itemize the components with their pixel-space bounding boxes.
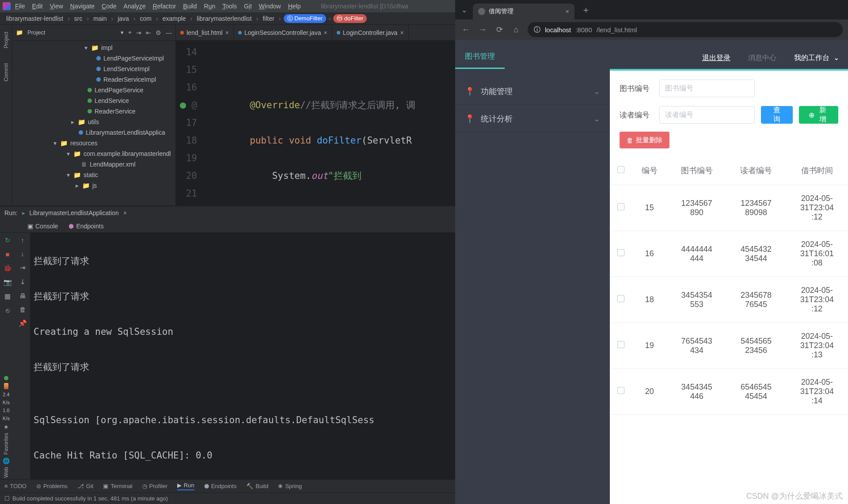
side-item-function[interactable]: 📍 功能管理 ⌄ xyxy=(455,78,610,105)
collapse-icon[interactable]: ⇤ xyxy=(146,29,151,36)
browser-tab[interactable]: 借阅管理 × xyxy=(473,4,574,19)
up-icon[interactable]: ↑ xyxy=(21,236,24,244)
tool-endpoints[interactable]: ⬢ Endpoints xyxy=(204,483,237,489)
tool-favorites-tab[interactable]: Favorites xyxy=(3,433,9,455)
run-dot-icon[interactable]: 🐞 xyxy=(4,264,12,272)
batch-delete-button[interactable]: 🗑 批量删除 xyxy=(620,132,669,148)
crumb-example[interactable]: example xyxy=(161,14,188,23)
tool-project-tab[interactable]: Project xyxy=(2,29,10,51)
tree-node[interactable]: LendService xyxy=(12,95,175,106)
tree-node[interactable]: LibrarymasterLendlistApplica xyxy=(12,127,175,138)
crumb-src[interactable]: src xyxy=(72,14,84,23)
menu-edit[interactable]: Edit xyxy=(30,1,46,11)
close-icon[interactable]: × xyxy=(225,29,229,36)
side-item-stats[interactable]: 📍 统计分析 ⌄ xyxy=(455,105,610,133)
wrap-icon[interactable]: ⇥ xyxy=(20,264,26,272)
row-checkbox[interactable] xyxy=(617,341,624,348)
col-time[interactable]: 借书时间 xyxy=(786,156,848,185)
tool-git[interactable]: ⎇ Git xyxy=(77,483,94,489)
pin-icon[interactable]: 📌 xyxy=(19,319,27,327)
tree-node[interactable]: ReaderService xyxy=(12,106,175,117)
run-tab-endpoints[interactable]: ⬢Endpoints xyxy=(64,221,108,231)
tool-commit-tab[interactable]: Commit xyxy=(2,61,10,84)
col-reader[interactable]: 读者编号 xyxy=(726,156,786,185)
down-icon[interactable]: ↓ xyxy=(21,250,24,258)
menu-view[interactable]: View xyxy=(47,1,66,11)
home-icon[interactable]: ⌂ xyxy=(511,25,521,34)
menu-analyze[interactable]: Analyze xyxy=(121,1,148,11)
tree-node[interactable]: ▸📁utils xyxy=(12,117,175,127)
tree-node[interactable]: ▾📁resources xyxy=(12,138,175,148)
run-config-name[interactable]: LibrarymasterLendlistApplication xyxy=(30,209,119,216)
code-body[interactable]: @Override//拦截到请求之后调用, 调 public void doFi… xyxy=(202,41,455,205)
tab-list-dropdown-icon[interactable]: ⌄ xyxy=(458,6,470,14)
camera-icon[interactable]: 📷 xyxy=(4,278,12,286)
reload-icon[interactable]: ⟳ xyxy=(494,25,505,34)
override-gutter-icon[interactable] xyxy=(180,102,186,109)
site-info-icon[interactable]: ⓘ xyxy=(534,26,540,34)
row-checkbox[interactable] xyxy=(617,295,624,302)
tree-node[interactable]: 🗎LendMapper.xml xyxy=(12,159,175,170)
close-icon[interactable]: × xyxy=(123,209,127,216)
tree-node[interactable]: LendPageServiceImpl xyxy=(12,53,175,64)
tool-todo[interactable]: ≡ TODO xyxy=(4,483,27,489)
forward-icon[interactable]: → xyxy=(477,25,488,34)
exit-icon[interactable]: ⎋ xyxy=(6,307,10,314)
rerun-icon[interactable]: ↻ xyxy=(5,236,11,244)
expand-all-icon[interactable]: ⇥ xyxy=(136,29,141,36)
tree-node[interactable]: ▾📁impl xyxy=(12,42,175,53)
print-icon[interactable]: 🖶 xyxy=(19,292,26,299)
tree-node[interactable]: ReaderServiceImpl xyxy=(12,74,175,85)
layout-icon[interactable]: ▦ xyxy=(4,292,11,300)
input-book-id[interactable] xyxy=(659,80,755,97)
tree-node[interactable]: ▸📁js xyxy=(12,180,175,191)
menu-build[interactable]: Build xyxy=(180,1,199,11)
editor-tab-login[interactable]: LoginController.java× xyxy=(332,25,409,40)
menu-file[interactable]: File xyxy=(12,1,28,11)
crumb-method[interactable]: ⓜ doFilter xyxy=(333,14,367,23)
menu-tools[interactable]: Tools xyxy=(220,1,240,11)
select-opened-icon[interactable]: ⌖ xyxy=(128,29,132,36)
close-icon[interactable]: × xyxy=(400,29,403,36)
close-icon[interactable]: × xyxy=(566,8,569,15)
col-book[interactable]: 图书编号 xyxy=(667,156,726,185)
menu-help[interactable]: Help xyxy=(285,1,304,11)
crumb-pkg[interactable]: librarymasterlendlist xyxy=(195,14,253,23)
crumb-filter[interactable]: filter xyxy=(261,14,276,23)
menu-code[interactable]: Code xyxy=(99,1,119,11)
back-icon[interactable]: ← xyxy=(460,25,471,34)
search-button[interactable]: 查询 xyxy=(761,106,793,124)
code-editor[interactable]: 14 15 16 @ 17 18 19 20 21 @Override//拦截到… xyxy=(176,41,455,205)
menu-refactor[interactable]: Refactor xyxy=(150,1,179,11)
trash-icon[interactable]: 🗑 xyxy=(19,306,26,313)
menu-navigate[interactable]: Navigate xyxy=(68,1,97,11)
editor-tab-loginsession[interactable]: LoginSessionController.java× xyxy=(234,25,332,40)
tool-profiler[interactable]: ◷ Profiler xyxy=(142,483,167,489)
tool-terminal[interactable]: ▣ Terminal xyxy=(103,483,132,489)
scroll-icon[interactable]: ⤓ xyxy=(20,278,26,286)
crumb-root[interactable]: librarymaster-lendlist xyxy=(4,14,65,23)
tool-web-tab[interactable]: Web xyxy=(3,467,9,477)
row-checkbox[interactable] xyxy=(617,203,624,210)
menu-window[interactable]: Window xyxy=(256,1,284,11)
row-checkbox[interactable] xyxy=(617,387,624,394)
menu-run[interactable]: Run xyxy=(202,1,218,11)
tool-problems[interactable]: ⊘ Problems xyxy=(36,483,68,489)
close-icon[interactable]: × xyxy=(323,29,327,36)
project-settings-icon[interactable]: ⚙ xyxy=(156,29,161,36)
tree-node[interactable]: ▾📁com.example.librarymasterlendl xyxy=(12,148,175,159)
checkbox-all[interactable] xyxy=(617,166,624,173)
col-id[interactable]: 编号 xyxy=(632,156,667,185)
editor-tab-lend-list[interactable]: lend_list.html× xyxy=(176,25,234,40)
tool-spring[interactable]: ❀ Spring xyxy=(278,483,302,489)
hide-panel-icon[interactable]: — xyxy=(166,29,172,36)
top-tab-books[interactable]: 图书管理 xyxy=(455,45,505,69)
link-logout[interactable]: 退出登录 xyxy=(693,47,739,69)
crumb-class[interactable]: ⓒ DemoFilter xyxy=(284,14,326,23)
link-message[interactable]: 消息中心 xyxy=(739,47,785,69)
crumb-main[interactable]: main xyxy=(91,14,108,23)
tool-build[interactable]: 🔨 Build xyxy=(246,483,268,489)
tool-run[interactable]: ▶ Run xyxy=(177,482,194,490)
new-tab-button[interactable]: ＋ xyxy=(577,4,595,16)
console-output[interactable]: 拦截到了请求 拦截到了请求 Creating a new SqlSession … xyxy=(30,233,455,479)
